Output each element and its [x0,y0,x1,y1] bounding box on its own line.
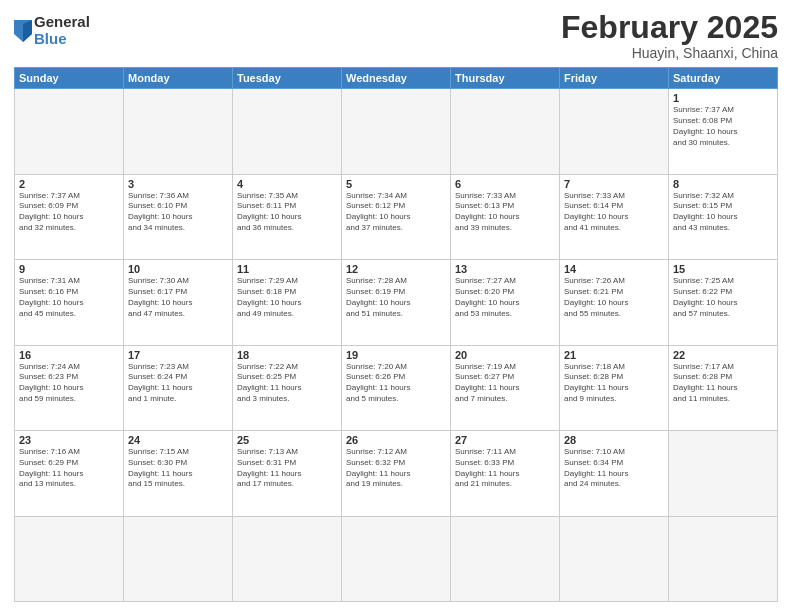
table-row: 24Sunrise: 7:15 AM Sunset: 6:30 PM Dayli… [124,431,233,516]
table-row: 10Sunrise: 7:30 AM Sunset: 6:17 PM Dayli… [124,260,233,345]
table-row: 23Sunrise: 7:16 AM Sunset: 6:29 PM Dayli… [15,431,124,516]
table-row [342,516,451,601]
table-row [342,89,451,174]
day-info: Sunrise: 7:17 AM Sunset: 6:28 PM Dayligh… [673,362,773,405]
day-info: Sunrise: 7:23 AM Sunset: 6:24 PM Dayligh… [128,362,228,405]
logo-icon [14,20,32,42]
table-row: 27Sunrise: 7:11 AM Sunset: 6:33 PM Dayli… [451,431,560,516]
day-number: 2 [19,178,119,190]
day-number: 28 [564,434,664,446]
header-thursday: Thursday [451,68,560,89]
header-wednesday: Wednesday [342,68,451,89]
day-number: 26 [346,434,446,446]
logo-text: General Blue [34,14,90,47]
day-info: Sunrise: 7:11 AM Sunset: 6:33 PM Dayligh… [455,447,555,490]
day-number: 15 [673,263,773,275]
header-saturday: Saturday [669,68,778,89]
day-number: 21 [564,349,664,361]
day-info: Sunrise: 7:19 AM Sunset: 6:27 PM Dayligh… [455,362,555,405]
header: General Blue February 2025 Huayin, Shaan… [14,10,778,61]
day-number: 23 [19,434,119,446]
day-number: 4 [237,178,337,190]
table-row [451,516,560,601]
day-info: Sunrise: 7:33 AM Sunset: 6:13 PM Dayligh… [455,191,555,234]
table-row: 21Sunrise: 7:18 AM Sunset: 6:28 PM Dayli… [560,345,669,430]
table-row: 3Sunrise: 7:36 AM Sunset: 6:10 PM Daylig… [124,174,233,259]
table-row: 2Sunrise: 7:37 AM Sunset: 6:09 PM Daylig… [15,174,124,259]
table-row: 16Sunrise: 7:24 AM Sunset: 6:23 PM Dayli… [15,345,124,430]
table-row [124,516,233,601]
day-info: Sunrise: 7:27 AM Sunset: 6:20 PM Dayligh… [455,276,555,319]
table-row: 8Sunrise: 7:32 AM Sunset: 6:15 PM Daylig… [669,174,778,259]
table-row: 5Sunrise: 7:34 AM Sunset: 6:12 PM Daylig… [342,174,451,259]
day-info: Sunrise: 7:36 AM Sunset: 6:10 PM Dayligh… [128,191,228,234]
day-info: Sunrise: 7:24 AM Sunset: 6:23 PM Dayligh… [19,362,119,405]
day-info: Sunrise: 7:29 AM Sunset: 6:18 PM Dayligh… [237,276,337,319]
table-row [560,516,669,601]
table-row [560,89,669,174]
day-number: 7 [564,178,664,190]
day-info: Sunrise: 7:25 AM Sunset: 6:22 PM Dayligh… [673,276,773,319]
day-info: Sunrise: 7:31 AM Sunset: 6:16 PM Dayligh… [19,276,119,319]
table-row [233,516,342,601]
day-number: 22 [673,349,773,361]
day-number: 13 [455,263,555,275]
table-row [669,516,778,601]
day-number: 6 [455,178,555,190]
day-info: Sunrise: 7:16 AM Sunset: 6:29 PM Dayligh… [19,447,119,490]
day-number: 17 [128,349,228,361]
table-row: 17Sunrise: 7:23 AM Sunset: 6:24 PM Dayli… [124,345,233,430]
table-row: 11Sunrise: 7:29 AM Sunset: 6:18 PM Dayli… [233,260,342,345]
day-number: 25 [237,434,337,446]
day-number: 12 [346,263,446,275]
day-number: 8 [673,178,773,190]
table-row: 12Sunrise: 7:28 AM Sunset: 6:19 PM Dayli… [342,260,451,345]
table-row: 15Sunrise: 7:25 AM Sunset: 6:22 PM Dayli… [669,260,778,345]
day-number: 1 [673,92,773,104]
calendar: Sunday Monday Tuesday Wednesday Thursday… [14,67,778,602]
day-number: 16 [19,349,119,361]
day-info: Sunrise: 7:34 AM Sunset: 6:12 PM Dayligh… [346,191,446,234]
day-info: Sunrise: 7:33 AM Sunset: 6:14 PM Dayligh… [564,191,664,234]
table-row [124,89,233,174]
day-number: 14 [564,263,664,275]
day-number: 5 [346,178,446,190]
table-row: 26Sunrise: 7:12 AM Sunset: 6:32 PM Dayli… [342,431,451,516]
table-row [669,431,778,516]
table-row: 19Sunrise: 7:20 AM Sunset: 6:26 PM Dayli… [342,345,451,430]
table-row: 20Sunrise: 7:19 AM Sunset: 6:27 PM Dayli… [451,345,560,430]
day-info: Sunrise: 7:26 AM Sunset: 6:21 PM Dayligh… [564,276,664,319]
table-row: 18Sunrise: 7:22 AM Sunset: 6:25 PM Dayli… [233,345,342,430]
day-number: 11 [237,263,337,275]
header-monday: Monday [124,68,233,89]
day-number: 20 [455,349,555,361]
day-info: Sunrise: 7:13 AM Sunset: 6:31 PM Dayligh… [237,447,337,490]
table-row: 28Sunrise: 7:10 AM Sunset: 6:34 PM Dayli… [560,431,669,516]
header-sunday: Sunday [15,68,124,89]
day-info: Sunrise: 7:32 AM Sunset: 6:15 PM Dayligh… [673,191,773,234]
day-number: 18 [237,349,337,361]
day-number: 9 [19,263,119,275]
day-number: 27 [455,434,555,446]
table-row: 4Sunrise: 7:35 AM Sunset: 6:11 PM Daylig… [233,174,342,259]
day-number: 3 [128,178,228,190]
day-info: Sunrise: 7:10 AM Sunset: 6:34 PM Dayligh… [564,447,664,490]
logo-general-text: General [34,14,90,31]
day-info: Sunrise: 7:15 AM Sunset: 6:30 PM Dayligh… [128,447,228,490]
day-number: 24 [128,434,228,446]
day-info: Sunrise: 7:37 AM Sunset: 6:08 PM Dayligh… [673,105,773,148]
table-row: 25Sunrise: 7:13 AM Sunset: 6:31 PM Dayli… [233,431,342,516]
table-row: 13Sunrise: 7:27 AM Sunset: 6:20 PM Dayli… [451,260,560,345]
weekday-header-row: Sunday Monday Tuesday Wednesday Thursday… [15,68,778,89]
day-info: Sunrise: 7:12 AM Sunset: 6:32 PM Dayligh… [346,447,446,490]
title-block: February 2025 Huayin, Shaanxi, China [561,10,778,61]
logo-blue-text: Blue [34,31,90,48]
table-row [451,89,560,174]
header-friday: Friday [560,68,669,89]
table-row: 9Sunrise: 7:31 AM Sunset: 6:16 PM Daylig… [15,260,124,345]
table-row: 7Sunrise: 7:33 AM Sunset: 6:14 PM Daylig… [560,174,669,259]
table-row: 1Sunrise: 7:37 AM Sunset: 6:08 PM Daylig… [669,89,778,174]
day-info: Sunrise: 7:28 AM Sunset: 6:19 PM Dayligh… [346,276,446,319]
day-info: Sunrise: 7:18 AM Sunset: 6:28 PM Dayligh… [564,362,664,405]
table-row [15,516,124,601]
